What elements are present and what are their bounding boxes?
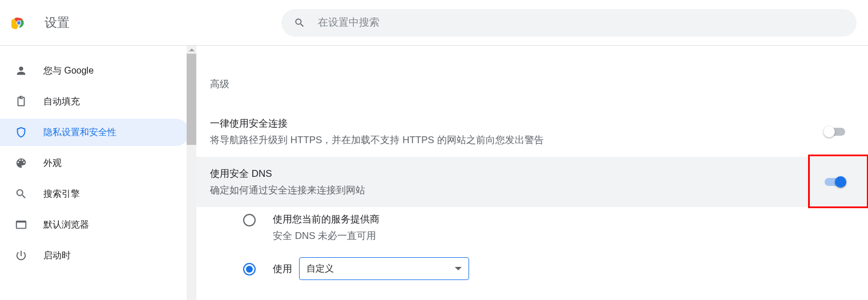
chevron-down-icon xyxy=(455,267,462,270)
radio-label: 使用您当前的服务提供商 xyxy=(273,213,380,226)
setting-title: 使用安全 DNS xyxy=(210,167,825,180)
browser-icon xyxy=(15,218,27,231)
setting-always-https[interactable]: 一律使用安全连接 将导航路径升级到 HTTPS，并在加载不支持 HTTPS 的网… xyxy=(196,107,868,157)
sidebar-item-label: 外观 xyxy=(43,157,62,169)
sidebar-item-label: 隐私设置和安全性 xyxy=(43,127,116,139)
dns-option-current-provider[interactable]: 使用您当前的服务提供商 安全 DNS 未必一直可用 xyxy=(196,207,868,248)
sidebar-item-appearance[interactable]: 外观 xyxy=(0,149,189,177)
setting-title: 一律使用安全连接 xyxy=(210,117,825,130)
sidebar-item-you-and-google[interactable]: 您与 Google xyxy=(0,57,189,84)
radio-label: 使用 xyxy=(273,262,292,275)
chrome-logo-icon xyxy=(11,15,26,30)
scroll-up-icon[interactable] xyxy=(189,48,195,51)
search-icon xyxy=(15,188,27,200)
shield-icon xyxy=(15,126,27,139)
sidebar-item-label: 搜索引擎 xyxy=(43,188,80,200)
setting-desc: 确定如何通过安全连接来连接到网站 xyxy=(210,184,825,197)
person-icon xyxy=(15,64,27,77)
radio-icon[interactable] xyxy=(243,263,256,275)
sidebar-item-privacy-security[interactable]: 隐私设置和安全性 xyxy=(0,119,189,146)
sidebar-item-autofill[interactable]: 自动填充 xyxy=(0,88,189,115)
toggle-secure-dns[interactable] xyxy=(825,178,845,186)
sidebar-item-search-engine[interactable]: 搜索引擎 xyxy=(0,180,189,208)
search-bar[interactable] xyxy=(281,9,857,37)
select-value: 自定义 xyxy=(306,263,334,275)
sidebar: 您与 Google 自动填充 隐私设置和安全性 外观 搜索引擎 默认浏览器 启动… xyxy=(0,46,196,300)
sidebar-item-label: 您与 Google xyxy=(43,65,94,77)
sidebar-item-on-startup[interactable]: 启动时 xyxy=(0,242,189,269)
setting-desc: 将导航路径升级到 HTTPS，并在加载不支持 HTTPS 的网站之前向您发出警告 xyxy=(210,133,825,147)
palette-icon xyxy=(15,157,27,169)
sidebar-item-label: 启动时 xyxy=(43,250,71,262)
search-icon xyxy=(294,17,305,29)
search-input[interactable] xyxy=(318,17,844,29)
sidebar-item-default-browser[interactable]: 默认浏览器 xyxy=(0,211,189,238)
dns-option-custom[interactable]: 使用 自定义 xyxy=(196,248,868,286)
sidebar-item-label: 自动填充 xyxy=(43,96,80,108)
power-icon xyxy=(15,249,27,262)
scroll-thumb[interactable] xyxy=(187,54,196,145)
dns-provider-select[interactable]: 自定义 xyxy=(299,257,469,280)
clipboard-icon xyxy=(15,95,27,108)
scrollbar[interactable] xyxy=(187,46,196,300)
setting-secure-dns[interactable]: 使用安全 DNS 确定如何通过安全连接来连接到网站 xyxy=(196,157,868,207)
sidebar-item-label: 默认浏览器 xyxy=(43,219,89,231)
header: 设置 xyxy=(0,0,868,46)
radio-icon[interactable] xyxy=(243,214,256,226)
page-title: 设置 xyxy=(45,14,70,31)
radio-sublabel: 安全 DNS 未必一直可用 xyxy=(273,229,854,242)
toggle-always-https[interactable] xyxy=(825,128,845,136)
section-heading: 高级 xyxy=(210,78,868,91)
main-content: 高级 一律使用安全连接 将导航路径升级到 HTTPS，并在加载不支持 HTTPS… xyxy=(196,46,868,300)
